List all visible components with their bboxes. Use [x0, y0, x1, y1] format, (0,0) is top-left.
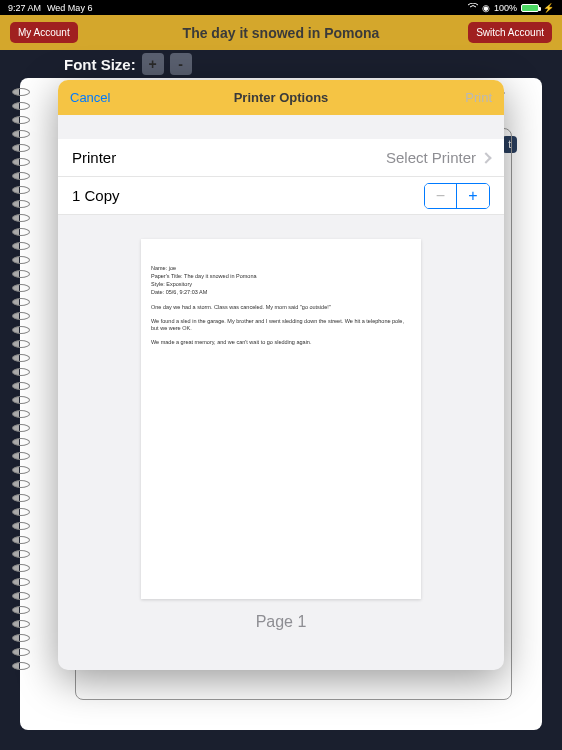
font-size-toolbar: Font Size: + - — [0, 50, 562, 78]
switch-account-button[interactable]: Switch Account — [468, 22, 552, 43]
chevron-right-icon — [480, 152, 491, 163]
page-preview[interactable]: Name: joe Paper's Title: The day it snow… — [141, 239, 421, 599]
wifi-icon — [468, 3, 478, 13]
preview-title: Paper's Title: The day it snowed in Pomo… — [151, 273, 411, 280]
plus-icon: + — [468, 188, 477, 204]
preview-para2: We found a sled in the garage. My brothe… — [151, 318, 411, 332]
copies-row: 1 Copy − + — [58, 177, 504, 215]
page-number-label: Page 1 — [256, 613, 307, 631]
printer-row[interactable]: Printer Select Printer — [58, 139, 504, 177]
location-icon: ◉ — [482, 3, 490, 13]
modal-header: Cancel Printer Options Print — [58, 80, 504, 115]
battery-percent: 100% — [494, 3, 517, 13]
app-title: The day it snowed in Pomona — [183, 25, 380, 41]
preview-name: Name: joe — [151, 265, 411, 272]
cancel-button[interactable]: Cancel — [70, 90, 110, 105]
print-preview-area: Name: joe Paper's Title: The day it snow… — [58, 215, 504, 670]
preview-para1: One day we had a storm. Class was cancel… — [151, 304, 411, 311]
status-time: 9:27 AM — [8, 3, 41, 13]
printer-label: Printer — [72, 149, 116, 166]
preview-style: Style: Expository — [151, 281, 411, 288]
status-bar: 9:27 AM Wed May 6 ◉ 100% ⚡ — [0, 0, 562, 15]
spiral-binding — [12, 88, 32, 720]
app-header: My Account The day it snowed in Pomona S… — [0, 15, 562, 50]
font-increase-button[interactable]: + — [142, 53, 164, 75]
copies-decrement-button[interactable]: − — [425, 184, 457, 208]
preview-para3: We made a great memory, and we can't wai… — [151, 339, 411, 346]
printer-options-modal: Cancel Printer Options Print Printer Sel… — [58, 80, 504, 670]
modal-title: Printer Options — [234, 90, 329, 105]
battery-icon — [521, 4, 539, 12]
charging-icon: ⚡ — [543, 3, 554, 13]
my-account-button[interactable]: My Account — [10, 22, 78, 43]
status-date: Wed May 6 — [47, 3, 92, 13]
copies-label: 1 Copy — [72, 187, 120, 204]
copies-increment-button[interactable]: + — [457, 184, 489, 208]
font-decrease-button[interactable]: - — [170, 53, 192, 75]
print-button[interactable]: Print — [465, 90, 492, 105]
minus-icon: − — [436, 188, 445, 204]
preview-date: Date: 05/6, 9:27:03 AM — [151, 289, 411, 296]
font-size-label: Font Size: — [64, 56, 136, 73]
printer-value: Select Printer — [386, 149, 476, 166]
copies-stepper: − + — [424, 183, 490, 209]
